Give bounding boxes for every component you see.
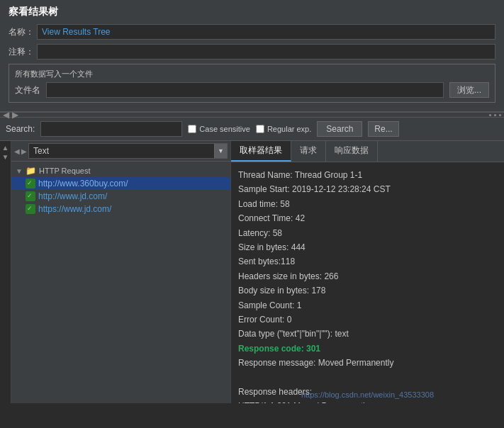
- sidebar-arrow-up[interactable]: ▲: [2, 144, 9, 152]
- regex-group: Regular exp.: [256, 125, 311, 133]
- result-line-6: Sent bytes:118: [238, 254, 497, 269]
- tree-item-http-request[interactable]: ▼ 📁 HTTP Request: [11, 164, 230, 177]
- name-label: 名称：: [9, 26, 37, 38]
- arrow-left-icon[interactable]: ◀: [3, 110, 9, 120]
- sidebar-arrow-down[interactable]: ▼: [2, 153, 9, 161]
- search-label: Search:: [6, 124, 35, 134]
- tree-toolbar: ◀ ▶ Text ▼: [11, 141, 230, 162]
- case-sensitive-label: Case sensitive: [199, 125, 250, 133]
- result-line-9: Sample Count: 1: [238, 298, 497, 312]
- result-line-7: Headers size in bytes: 266: [238, 269, 497, 283]
- tree-item-url3[interactable]: https://www.jd.com/: [11, 203, 230, 215]
- result-line-response-code: Response code: 301: [238, 342, 497, 356]
- result-line-10: Error Count: 0: [238, 312, 497, 327]
- type-selector[interactable]: Text ▼: [28, 143, 228, 159]
- divider-dot-1: [489, 114, 491, 116]
- url2-label: http://www.jd.com/: [38, 191, 107, 201]
- arrow-right-icon[interactable]: ▶: [12, 110, 18, 120]
- file-label: 文件名: [15, 84, 40, 96]
- tree-arrow-left[interactable]: ◀: [14, 147, 20, 155]
- tab-response-data[interactable]: 响应数据: [326, 141, 378, 162]
- tabs-bar: 取样器结果 请求 响应数据: [231, 141, 504, 162]
- result-line-0: Thread Name: Thread Group 1-1: [238, 168, 497, 182]
- type-label: Text: [29, 143, 214, 159]
- comment-label: 注释：: [9, 46, 37, 58]
- main-area: ▲ ▼ ◀ ▶ Text ▼ ▼ 📁 HTTP Request http://w…: [0, 141, 504, 403]
- left-sidebar: ▲ ▼: [0, 141, 11, 403]
- result-line-14: HTTP/1.1 301 Moved Permanently: [238, 399, 497, 403]
- result-line-blank: [238, 370, 497, 384]
- case-sensitive-group: Case sensitive: [188, 125, 250, 133]
- tree-panel: ◀ ▶ Text ▼ ▼ 📁 HTTP Request http://www.3…: [11, 141, 231, 403]
- result-line-4: Latency: 58: [238, 226, 497, 240]
- divider-dot-2: [494, 114, 496, 116]
- reset-button[interactable]: Re...: [368, 121, 398, 137]
- shield-icon-1: [26, 179, 35, 188]
- tree-arrow-right[interactable]: ▶: [21, 147, 27, 155]
- result-line-12: Response message: Moved Permanently: [238, 356, 497, 370]
- dropdown-arrow-icon[interactable]: ▼: [214, 144, 227, 158]
- result-line-1: Sample Start: 2019-12-12 23:28:24 CST: [238, 182, 497, 196]
- file-input[interactable]: [46, 82, 444, 98]
- right-panel: 取样器结果 请求 响应数据 Thread Name: Thread Group …: [231, 141, 504, 403]
- result-line-11: Data type ("text"|"bin"|""): text: [238, 327, 497, 341]
- url1-label: http://www.360buy.com/: [38, 179, 128, 188]
- search-bar: Search: Case sensitive Regular exp. Sear…: [0, 118, 504, 141]
- result-line-13: Response headers:: [238, 385, 497, 399]
- window-title: 察看结果树: [9, 6, 495, 18]
- tree-content: ▼ 📁 HTTP Request http://www.360buy.com/ …: [11, 162, 230, 403]
- tree-item-url1[interactable]: http://www.360buy.com/: [11, 177, 230, 190]
- tab-request[interactable]: 请求: [291, 141, 326, 162]
- comment-input[interactable]: [37, 44, 495, 60]
- divider-dot-3: [499, 114, 501, 116]
- search-button[interactable]: Search: [317, 121, 362, 137]
- expand-icon: ▼: [16, 167, 23, 175]
- shield-icon-3: [26, 204, 35, 214]
- search-input[interactable]: [40, 121, 182, 137]
- result-line-5: Size in bytes: 444: [238, 240, 497, 254]
- results-content[interactable]: Thread Name: Thread Group 1-1 Sample Sta…: [231, 162, 504, 403]
- regex-checkbox[interactable]: [256, 125, 264, 133]
- http-request-label: HTTP Request: [39, 167, 91, 175]
- top-panel: 察看结果树 名称： 注释： 所有数据写入一个文件 文件名 浏览... ◀ ▶ S…: [0, 0, 504, 141]
- shield-icon-2: [26, 191, 35, 201]
- folder-icon: 📁: [26, 166, 36, 176]
- name-input[interactable]: [37, 24, 495, 40]
- result-line-8: Body size in bytes: 178: [238, 283, 497, 298]
- regex-label: Regular exp.: [267, 125, 311, 133]
- file-group-legend: 所有数据写入一个文件: [15, 69, 489, 79]
- browse-button[interactable]: 浏览...: [449, 82, 489, 98]
- tree-item-url2[interactable]: http://www.jd.com/: [11, 190, 230, 203]
- tab-sampler-result[interactable]: 取样器结果: [231, 141, 291, 162]
- case-sensitive-checkbox[interactable]: [188, 125, 196, 133]
- divider-row-1: ◀ ▶: [0, 112, 504, 118]
- result-line-2: Load time: 58: [238, 197, 497, 211]
- url3-label: https://www.jd.com/: [38, 204, 111, 214]
- result-line-3: Connect Time: 42: [238, 211, 497, 225]
